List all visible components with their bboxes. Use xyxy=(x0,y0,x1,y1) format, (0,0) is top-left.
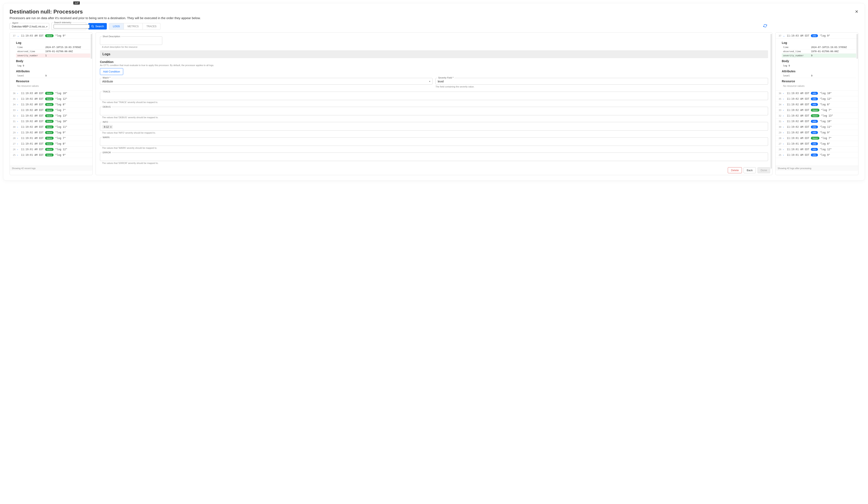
attr-kv-row: level9 xyxy=(782,74,856,78)
back-button[interactable]: Back xyxy=(744,167,756,173)
severity-info-field[interactable]: INFO 8-12⊗ xyxy=(100,121,768,131)
log-row[interactable]: 30 › 11:19:02 AM EDT info "log 11" xyxy=(776,124,858,130)
svg-point-0 xyxy=(92,25,93,27)
logs-section-header: Logs xyxy=(100,50,768,58)
log-row[interactable]: 36 › 11:19:03 AM EDT trace "log 10" xyxy=(10,91,92,96)
severity-debug-input[interactable] xyxy=(102,110,766,113)
severity-pill: trace xyxy=(45,120,53,123)
severity-pill: trace xyxy=(811,109,819,112)
log-row[interactable]: 33 › 11:19:02 AM EDT trace "log 7" xyxy=(10,107,92,113)
tab-logs[interactable]: LOGS xyxy=(109,23,124,30)
scrollbar[interactable] xyxy=(91,34,92,59)
severity-pill: info xyxy=(811,103,818,106)
attributes-section: Attributes xyxy=(16,70,90,73)
log-row[interactable]: 35 › 11:19:02 AM EDT trace "log 12" xyxy=(10,96,92,102)
log-row[interactable]: 33 › 11:19:02 AM EDT trace "log 7" xyxy=(776,107,858,113)
log-row[interactable]: 25 › 11:19:01 AM EDT info "log 9" xyxy=(776,152,858,158)
short-description-field[interactable]: Short Description xyxy=(100,35,162,45)
chevron-right-icon: › xyxy=(17,143,19,145)
add-condition-button[interactable]: Add Condition xyxy=(100,68,123,75)
severity-pill: trace xyxy=(811,137,819,140)
log-row[interactable]: 27 › 11:19:01 AM EDT trace "log 8" xyxy=(10,141,92,147)
severity-field-input[interactable]: Severity Field * level xyxy=(435,78,768,84)
search-icon xyxy=(91,25,94,28)
condition-desc: An OTTL condition that must evaluate to … xyxy=(100,64,768,66)
chevron-right-icon: › xyxy=(783,103,785,106)
chevron-right-icon: › xyxy=(17,137,19,140)
search-button[interactable]: Search xyxy=(88,23,107,30)
log-row-expanded-header[interactable]: 37 ⌄ 11:19:03 AM EDT info "log 9" xyxy=(776,33,858,39)
body-section: Body xyxy=(16,59,90,63)
severity-pill: trace xyxy=(45,131,53,134)
log-row[interactable]: 26 › 11:19:01 AM EDT info "log 12" xyxy=(776,147,858,152)
short-description-input[interactable] xyxy=(102,39,160,42)
severity-debug-field[interactable]: DEBUG xyxy=(100,105,768,115)
severity-pill: info xyxy=(811,120,818,123)
severity-warn-input[interactable] xyxy=(102,140,766,143)
chevron-right-icon: › xyxy=(783,148,785,151)
log-row[interactable]: 31 › 11:19:02 AM EDT info "log 10" xyxy=(776,119,858,124)
remove-chip-icon[interactable]: ⊗ xyxy=(110,125,112,128)
chevron-right-icon: › xyxy=(17,98,19,100)
log-kv-row: observed_time1970-01-01T00:00:00Z xyxy=(16,50,90,54)
chevron-right-icon: › xyxy=(17,92,19,94)
log-row-expanded-header[interactable]: 37 ⌄ 11:19:03 AM EDT trace "log 9" xyxy=(10,33,92,39)
severity-trace-field[interactable]: TRACE xyxy=(100,90,768,100)
log-row[interactable]: 28 › 11:19:01 AM EDT trace "log 7" xyxy=(776,135,858,141)
condition-heading: Condition xyxy=(100,60,768,64)
severity-warn-field[interactable]: WARN xyxy=(100,136,768,146)
agent-select[interactable]: Agent Dakotas-MBP-2.hsd1.mi.co... ▾ xyxy=(10,23,49,30)
severity-trace-input[interactable] xyxy=(102,94,766,97)
log-kv-row: time2024-07-10T15:19:03.57058Z xyxy=(782,45,856,50)
chevron-right-icon: › xyxy=(783,143,785,145)
log-row[interactable]: 32 › 11:19:02 AM EDT trace "log 13" xyxy=(10,113,92,119)
log-row[interactable]: 26 › 11:19:01 AM EDT trace "log 12" xyxy=(10,147,92,152)
log-row[interactable]: 34 › 11:19:02 AM EDT trace "log 8" xyxy=(10,102,92,107)
severity-pill: info xyxy=(811,92,818,95)
log-row[interactable]: 29 › 11:19:02 AM EDT trace "log 9" xyxy=(10,130,92,135)
search-input[interactable] xyxy=(54,24,90,29)
chevron-down-icon: ▾ xyxy=(46,25,48,28)
tab-metrics[interactable]: METRICS xyxy=(124,23,143,30)
chevron-right-icon: › xyxy=(783,126,785,128)
severity-chip[interactable]: 8-12⊗ xyxy=(102,125,113,129)
severity-pill: trace xyxy=(45,137,53,140)
scrollbar[interactable] xyxy=(771,34,772,169)
log-row[interactable]: 34 › 11:19:02 AM EDT info "log 8" xyxy=(776,102,858,107)
log-row[interactable]: 28 › 11:19:01 AM EDT trace "log 7" xyxy=(10,135,92,141)
chevron-right-icon: › xyxy=(783,115,785,117)
severity-error-input[interactable] xyxy=(102,155,766,158)
severity-warn-help: The values that 'WARN' severity should b… xyxy=(102,147,768,149)
close-icon[interactable]: ✕ xyxy=(855,9,858,14)
log-row[interactable]: 35 › 11:19:02 AM EDT info "log 12" xyxy=(776,96,858,102)
log-row[interactable]: 36 › 11:19:03 AM EDT info "log 10" xyxy=(776,91,858,96)
severity-error-field[interactable]: ERROR xyxy=(100,151,768,161)
log-row-expanded-body: Log time2024-07-10T15:19:03.57058Zobserv… xyxy=(10,39,92,91)
refresh-icon[interactable] xyxy=(763,24,767,29)
search-input-wrap[interactable]: Search telemetry xyxy=(51,23,86,30)
agent-label: Agent xyxy=(11,22,19,24)
log-row[interactable]: 31 › 11:19:02 AM EDT trace "log 10" xyxy=(10,119,92,124)
log-row[interactable]: 30 › 11:19:02 AM EDT trace "log 11" xyxy=(10,124,92,130)
severity-pill: info xyxy=(811,125,818,128)
match-select[interactable]: Match * Attribute ▾ xyxy=(100,78,433,84)
log-row[interactable]: 32 › 11:19:02 AM EDT trace "log 13" xyxy=(776,113,858,119)
severity-pill: trace xyxy=(45,142,53,145)
tab-traces[interactable]: TRACES xyxy=(143,23,161,30)
severity-pill: trace xyxy=(45,154,53,156)
chevron-right-icon: › xyxy=(783,98,785,100)
scrollbar[interactable] xyxy=(857,34,858,59)
severity-trace-help: The values that 'TRACE' severity should … xyxy=(102,101,768,103)
delete-button[interactable]: Delete xyxy=(728,167,742,173)
severity-info-help: The values that 'INFO' severity should b… xyxy=(102,132,768,134)
chevron-right-icon: › xyxy=(783,109,785,111)
severity-error-help: The values that 'ERROR' severity should … xyxy=(102,162,768,164)
chevron-right-icon: › xyxy=(17,154,19,156)
log-kv-row: time2024-07-10T15:19:03.57058Z xyxy=(16,45,90,50)
page-title: Destination null: Processors xyxy=(10,9,858,15)
chevron-down-icon: ⌄ xyxy=(783,35,785,37)
log-row[interactable]: 29 › 11:19:02 AM EDT info "log 9" xyxy=(776,130,858,135)
short-description-help: A short description for the resource xyxy=(102,46,768,48)
log-row[interactable]: 25 › 11:19:01 AM EDT trace "log 9" xyxy=(10,152,92,158)
log-row[interactable]: 27 › 11:19:01 AM EDT info "log 8" xyxy=(776,141,858,147)
